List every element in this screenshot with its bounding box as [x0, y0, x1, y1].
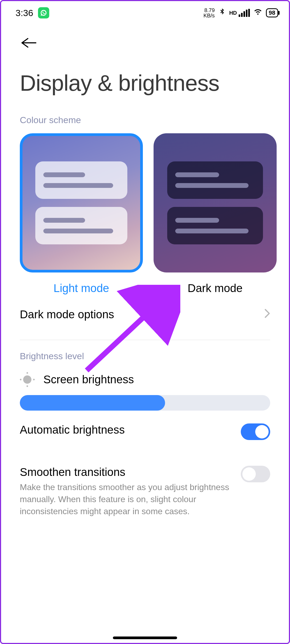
wifi-icon: [253, 8, 263, 18]
hd-icon: HD: [229, 10, 237, 16]
smoothen-description: Make the transitions smoother as you adj…: [20, 481, 230, 517]
colour-scheme-label: Colour scheme: [20, 115, 270, 125]
back-button[interactable]: [20, 35, 37, 51]
light-mode-card[interactable]: [20, 133, 143, 272]
page-title: Display & brightness: [1, 51, 289, 104]
status-right: 8.79 KB/s HD 98: [203, 7, 278, 19]
brightness-label: Screen brightness: [43, 373, 134, 386]
status-time: 3:36: [16, 8, 33, 18]
battery-indicator: 98: [266, 8, 278, 17]
auto-brightness-row: Automatic brightness: [20, 411, 270, 453]
bluetooth-icon: [218, 7, 226, 19]
smoothen-label: Smoothen transitions: [20, 466, 230, 479]
dark-mode-card[interactable]: [154, 133, 277, 272]
brightness-icon: [20, 372, 35, 387]
brightness-section-label: Brightness level: [20, 351, 270, 361]
chevron-right-icon: [264, 308, 270, 321]
net-speed-indicator: 8.79 KB/s: [203, 7, 215, 18]
dark-mode-label[interactable]: Dark mode: [154, 282, 277, 295]
whatsapp-icon: [38, 7, 49, 18]
auto-brightness-label: Automatic brightness: [20, 423, 230, 436]
auto-brightness-toggle[interactable]: [241, 423, 270, 440]
colour-scheme-row: [20, 133, 270, 272]
brightness-slider-fill: [20, 395, 165, 411]
smoothen-toggle[interactable]: [241, 466, 270, 482]
status-left: 3:36: [16, 7, 49, 18]
status-bar: 3:36 8.79 KB/s HD 98: [1, 1, 289, 21]
signal-icon: [239, 9, 250, 17]
dark-mode-options-row[interactable]: Dark mode options: [20, 295, 270, 334]
brightness-row: Screen brightness: [20, 372, 270, 387]
home-indicator[interactable]: [113, 637, 177, 639]
dark-mode-options-label: Dark mode options: [20, 308, 114, 321]
smoothen-transitions-row: Smoothen transitions Make the transition…: [20, 453, 270, 530]
brightness-slider[interactable]: [20, 395, 270, 411]
light-mode-label[interactable]: Light mode: [20, 282, 143, 295]
